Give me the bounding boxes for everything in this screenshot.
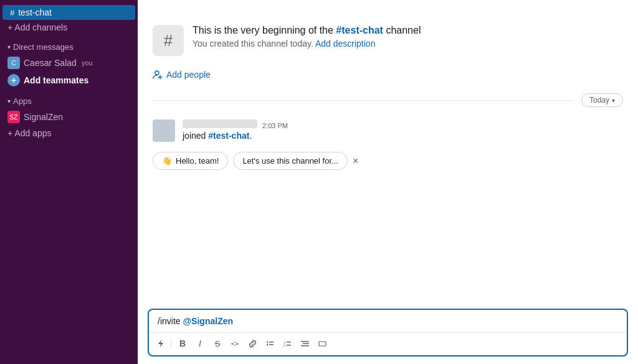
svg-rect-15 xyxy=(319,342,326,346)
chip-use-channel[interactable]: Let's use this channel for... xyxy=(233,152,348,170)
sidebar: # test-chat + Add channels ▾ Direct mess… xyxy=(0,0,138,364)
message-input[interactable]: /invite @SignalZen xyxy=(149,310,627,332)
strikethrough-button[interactable]: S xyxy=(209,335,226,352)
channel-sub-text: You created this channel today. xyxy=(193,39,313,49)
sidebar-item-caesar-salad[interactable]: C Caesar Salad you xyxy=(0,54,138,72)
message-username xyxy=(183,119,257,128)
numbered-list-button[interactable]: 1.2. xyxy=(279,335,295,352)
channel-start-sub: You created this channel today. Add desc… xyxy=(193,39,623,49)
message-text-suffix: . xyxy=(249,131,252,141)
lightning-button[interactable] xyxy=(154,337,168,350)
apps-label: Apps xyxy=(13,96,32,106)
channel-description-prefix: This is the very beginning of the xyxy=(193,25,336,35)
add-apps-label: + Add apps xyxy=(7,128,51,138)
today-badge[interactable]: Today ▾ xyxy=(581,93,623,107)
direct-messages-label: Direct messages xyxy=(13,42,74,52)
channel-start: # This is the very beginning of the #tes… xyxy=(153,12,623,66)
svg-rect-12 xyxy=(301,341,309,342)
add-teammates-label: Add teammates xyxy=(24,75,88,85)
channel-start-text: This is the very beginning of the #test-… xyxy=(193,25,623,49)
indent-button[interactable] xyxy=(297,335,313,352)
add-people-button[interactable]: Add people xyxy=(153,66,623,83)
block-button[interactable] xyxy=(314,335,330,352)
collapse-arrow-icon: ▾ xyxy=(7,98,11,105)
svg-point-0 xyxy=(155,71,159,75)
chips-close-button[interactable]: × xyxy=(353,156,358,166)
message-header: 2:03 PM xyxy=(183,119,623,129)
channel-name-link[interactable]: #test-chat xyxy=(336,25,383,35)
suggestion-chips: 👋 Hello, team! Let's use this channel fo… xyxy=(153,144,623,175)
italic-button[interactable]: I xyxy=(192,335,208,352)
add-channels-button[interactable]: + Add channels xyxy=(0,20,138,35)
chip-label-2: Let's use this channel for... xyxy=(242,156,338,166)
add-people-label: Add people xyxy=(166,70,211,80)
add-channels-label: + Add channels xyxy=(7,22,67,32)
today-label: Today xyxy=(589,96,609,105)
svg-rect-5 xyxy=(269,342,274,343)
plus-circle-icon: + xyxy=(7,74,20,86)
input-mention: @SignalZen xyxy=(183,316,233,326)
svg-rect-9 xyxy=(287,342,291,343)
add-apps-button[interactable]: + Add apps xyxy=(0,126,138,141)
divider-line xyxy=(153,100,574,101)
channel-description-suffix: channel xyxy=(383,25,421,35)
today-arrow-icon: ▾ xyxy=(612,97,615,104)
add-person-icon xyxy=(153,70,163,80)
svg-point-6 xyxy=(266,343,267,345)
channel-start-title: This is the very beginning of the #test-… xyxy=(193,25,623,36)
message-text: joined #test-chat. xyxy=(183,131,623,141)
sidebar-item-signalzen[interactable]: SZ SignalZen xyxy=(0,108,138,126)
direct-messages-section[interactable]: ▾ Direct messages xyxy=(0,35,138,54)
message-input-area: /invite @SignalZen B I S <> 1.2. xyxy=(148,309,628,357)
chip-hello-team[interactable]: 👋 Hello, team! xyxy=(153,152,228,170)
message-content: 2:03 PM joined #test-chat. xyxy=(183,119,623,142)
svg-rect-14 xyxy=(301,345,309,347)
add-description-link[interactable]: Add description xyxy=(315,39,376,49)
main-content: # This is the very beginning of the #tes… xyxy=(138,0,638,364)
message-time: 2:03 PM xyxy=(262,122,288,129)
channel-name-label: test-chat xyxy=(18,7,52,17)
input-text-prefix: /invite xyxy=(158,316,183,326)
today-divider: Today ▾ xyxy=(153,83,623,117)
channel-hash-icon: # xyxy=(153,25,184,56)
chip-label: Hello, team! xyxy=(176,156,219,166)
message-channel-ref[interactable]: #test-chat xyxy=(208,131,249,141)
lightning-icon xyxy=(156,339,165,348)
chip-emoji: 👋 xyxy=(162,156,172,166)
svg-rect-7 xyxy=(269,344,274,345)
avatar xyxy=(153,119,175,142)
svg-marker-3 xyxy=(158,340,163,347)
apps-section[interactable]: ▾ Apps xyxy=(0,89,138,108)
sidebar-item-test-chat[interactable]: # test-chat xyxy=(2,5,135,20)
message-row: 2:03 PM joined #test-chat. xyxy=(153,117,623,144)
avatar: C xyxy=(7,57,20,69)
message-text-prefix: joined xyxy=(183,131,208,141)
signalzen-icon: SZ xyxy=(7,111,20,123)
signalzen-label: SignalZen xyxy=(24,112,63,122)
user-name-label: Caesar Salad xyxy=(24,58,77,68)
svg-point-4 xyxy=(266,341,267,342)
chat-area: # This is the very beginning of the #tes… xyxy=(138,0,638,304)
bold-button[interactable]: B xyxy=(174,335,191,352)
toolbar-divider xyxy=(171,338,171,348)
you-badge: you xyxy=(82,59,93,67)
svg-rect-11 xyxy=(287,345,291,346)
input-toolbar: B I S <> 1.2. xyxy=(149,332,627,355)
code-button[interactable]: <> xyxy=(227,335,243,352)
svg-text:2.: 2. xyxy=(283,343,286,347)
collapse-arrow-icon: ▾ xyxy=(7,44,11,50)
bullet-list-button[interactable] xyxy=(262,335,278,352)
svg-rect-13 xyxy=(303,343,309,344)
hash-icon: # xyxy=(10,8,14,17)
link-button[interactable] xyxy=(244,335,260,352)
add-teammates-button[interactable]: + Add teammates xyxy=(0,72,138,89)
